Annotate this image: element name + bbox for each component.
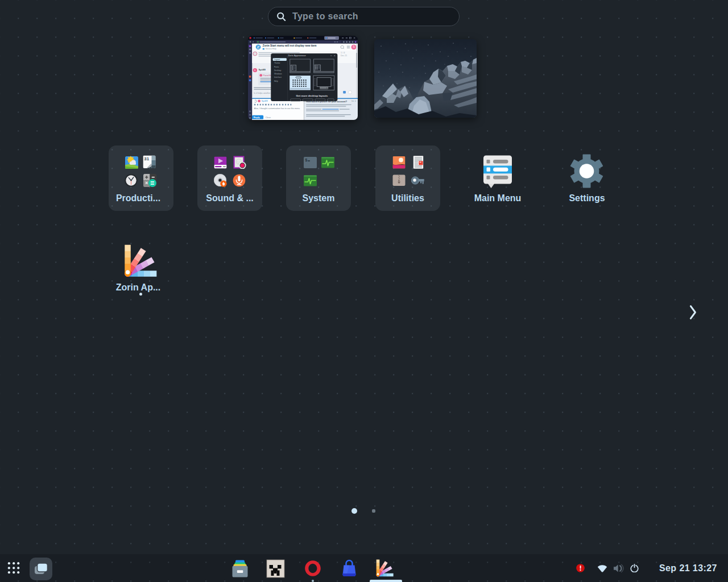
svg-text:S: S — [254, 69, 256, 72]
svg-text:Fonts: Fonts — [274, 66, 279, 68]
svg-text:Windows: Windows — [274, 73, 282, 75]
svg-text:1 / 4: 1 / 4 — [341, 52, 345, 54]
svg-text:Layout: Layout — [274, 59, 280, 61]
svg-text:Zorin Start menu will not disp: Zorin Start menu will not display new it… — [263, 45, 317, 48]
svg-text:Help: Help — [274, 80, 278, 82]
svg-text:General Help: General Help — [265, 48, 276, 50]
svg-text:Reply: Reply — [254, 116, 260, 119]
svg-text:$: $ — [305, 158, 307, 163]
svg-text:Interface: Interface — [274, 77, 282, 79]
svg-text:Close: Close — [265, 117, 271, 119]
svg-text:Desktop: Desktop — [274, 69, 282, 72]
svg-text:Theme: Theme — [274, 62, 280, 64]
svg-text:31: 31 — [144, 156, 149, 161]
svg-text:Zorin Appearance: Zorin Appearance — [288, 55, 306, 57]
svg-text:Dec 21: Dec 21 — [341, 55, 347, 57]
svg-text:Get more desktop layouts: Get more desktop layouts — [296, 95, 328, 98]
svg-text:1m ✕: 1m ✕ — [351, 100, 357, 102]
svg-text:Spit89: Spit89 — [262, 100, 268, 102]
svg-text:Also, I thought customisation: Also, I thought customisation has to use… — [254, 107, 300, 110]
svg-text:S: S — [353, 46, 355, 49]
svg-text:Spit89: Spit89 — [259, 69, 266, 72]
